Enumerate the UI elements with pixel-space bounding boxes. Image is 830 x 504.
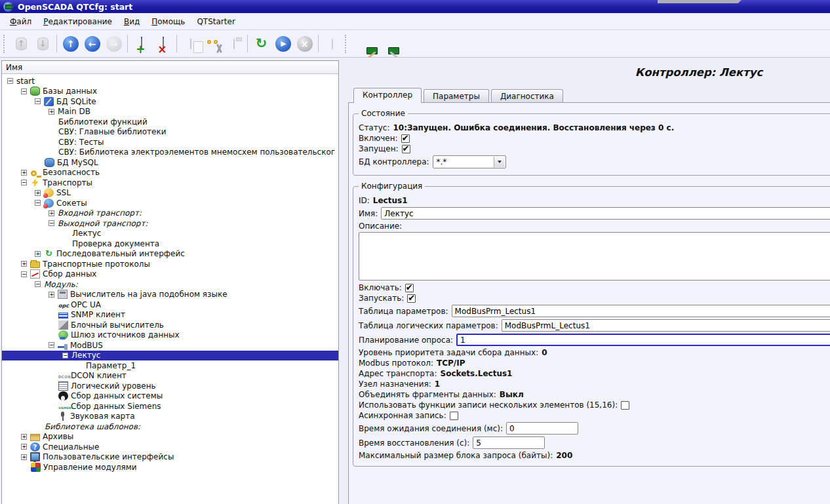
tree-item[interactable]: Проверка документа (2, 239, 338, 249)
collapse-icon[interactable]: − (35, 98, 41, 104)
page-title: Контроллер: Лектус (348, 66, 830, 79)
expand-icon[interactable]: + (21, 261, 27, 267)
config-group: Конфигурация ID: Lectus1 Имя: Описание: … (353, 186, 830, 467)
expand-icon[interactable]: + (49, 109, 54, 115)
tree-item[interactable]: −Сбор данных (2, 269, 338, 280)
collapse-icon[interactable]: − (62, 353, 68, 359)
collapse-icon[interactable]: − (21, 88, 27, 94)
restore-timeout-input[interactable] (473, 436, 545, 449)
description-textarea[interactable] (359, 232, 830, 281)
id-label: ID: (359, 196, 370, 205)
tree-column-header[interactable]: Имя (2, 61, 338, 74)
tree-item[interactable]: −БД SQLite (2, 96, 338, 107)
tree-item[interactable]: +Входной транспорт: (2, 208, 338, 219)
tree-item[interactable]: Библиотека шаблонов: (2, 421, 338, 432)
tree-item[interactable]: Параметр_1 (2, 360, 338, 371)
expand-icon[interactable]: + (49, 210, 54, 216)
tree-item[interactable]: +Специальные (2, 442, 338, 452)
tree-item[interactable]: −start (2, 76, 338, 87)
prml-table-input[interactable] (502, 319, 830, 332)
tree-item[interactable]: −Модуль: (2, 279, 338, 290)
tree-item[interactable]: DCON клиент (2, 371, 338, 381)
up-button[interactable]: ↑ (60, 33, 81, 54)
tree-item[interactable]: Сбор данных Siemens (2, 401, 338, 412)
refresh-button[interactable]: ↻ (250, 33, 272, 54)
enabled-checkbox[interactable] (401, 134, 410, 143)
qtcfg-button[interactable] (352, 33, 374, 54)
tree-item[interactable]: +Main DB (2, 107, 338, 117)
tree-item[interactable]: Сбор данных системы (2, 391, 338, 402)
tree-item[interactable]: Библиотеки функций (2, 117, 338, 127)
tab-parameters[interactable]: Параметры (424, 89, 489, 102)
transports-icon (30, 178, 40, 187)
tree-item[interactable]: СВУ: Главные библиотеки (2, 127, 338, 138)
multiwrite-checkbox[interactable] (621, 401, 629, 410)
stop-button[interactable]: × (294, 33, 315, 54)
menu-item-4[interactable]: Помощь (146, 14, 191, 29)
to-start-checkbox[interactable] (407, 294, 416, 303)
menu-item-1[interactable]: Файл (4, 14, 37, 29)
expand-icon[interactable]: + (21, 454, 27, 460)
back-button[interactable]: ← (81, 33, 103, 54)
tree-item[interactable]: −Выходной транспорт: (2, 218, 338, 229)
tree-item[interactable]: −Сокеты (2, 198, 338, 208)
collapse-icon[interactable]: − (7, 78, 13, 84)
tree-item[interactable]: +SSL (2, 188, 338, 199)
name-input[interactable] (381, 207, 830, 220)
tree-item[interactable]: OPC UA (2, 300, 338, 310)
collapse-icon[interactable]: − (35, 200, 41, 206)
start-button[interactable]: ▶ (272, 33, 294, 54)
tree-item[interactable]: +Безопасность (2, 168, 338, 178)
merge-frag-label: Объединять фрагменты данных: (359, 390, 496, 399)
tree-item[interactable]: SNMP клиент (2, 310, 338, 320)
async-write-checkbox[interactable] (450, 412, 458, 420)
collapse-icon[interactable]: − (49, 342, 54, 348)
controller-db-select[interactable]: *.* (433, 155, 506, 168)
collapse-icon[interactable]: − (21, 271, 27, 277)
tree-item[interactable]: СВУ: Тесты (2, 137, 338, 147)
running-checkbox[interactable] (402, 145, 410, 153)
menu-item-3[interactable]: Вид (118, 14, 146, 29)
to-enable-checkbox[interactable] (405, 284, 414, 292)
collapse-icon[interactable]: − (21, 180, 27, 185)
tree-item[interactable]: −Транспорты (2, 178, 338, 188)
tree-item[interactable]: −Базы данных (2, 87, 338, 97)
tab-diagnostics[interactable]: Диагностика (491, 89, 563, 102)
expand-icon[interactable]: + (21, 170, 27, 176)
dcon-icon (58, 371, 68, 380)
tree-item[interactable]: +Архивы (2, 432, 338, 442)
collapse-icon[interactable]: − (49, 220, 54, 226)
add-item-button[interactable]: + (130, 33, 152, 54)
tree-item[interactable]: +Транспортные протоколы (2, 259, 338, 269)
priority-value: 0 (542, 348, 547, 357)
expand-icon[interactable]: + (35, 190, 41, 196)
expand-icon[interactable]: + (49, 292, 54, 298)
delete-item-button[interactable]: × (152, 33, 174, 54)
menu-item-5[interactable]: QTStarter (191, 14, 241, 29)
collapse-icon[interactable]: − (35, 281, 41, 287)
tree-item[interactable]: +Последовательный интерфейс (2, 249, 338, 260)
tree-item[interactable]: СВУ: Библиотека электроэлементов мнемосх… (2, 147, 338, 158)
tree-item[interactable]: −ModBUS (2, 340, 338, 351)
expand-icon[interactable]: + (35, 251, 41, 257)
tree-item[interactable]: Логический уровень (2, 381, 338, 391)
tab-controller[interactable]: Контроллер (353, 88, 422, 103)
tree-item[interactable]: Шлюз источников данных (2, 330, 338, 341)
conn-timeout-input[interactable] (506, 422, 578, 435)
tree-item-label: Последовательный интерфейс (56, 249, 185, 258)
tree-item[interactable]: Звуковая карта (2, 412, 338, 422)
tree-item[interactable]: Лектус (2, 229, 338, 239)
expand-icon[interactable]: + (21, 434, 27, 440)
menu-item-2[interactable]: Редактирование (37, 14, 118, 29)
tree-item[interactable]: Управление модулями (2, 462, 338, 473)
schedule-input[interactable] (456, 334, 830, 346)
prm-table-input[interactable] (452, 305, 830, 317)
combo-dropdown-button[interactable] (494, 157, 505, 167)
tree-item[interactable]: +Вычислитель на java подобном языке (2, 290, 338, 300)
tree-item[interactable]: БД MySQL (2, 157, 338, 168)
expand-icon[interactable]: + (21, 444, 27, 450)
tree-item[interactable]: +Пользовательские интерфейсы (2, 452, 338, 463)
cut-button[interactable] (201, 33, 223, 54)
tree-item[interactable]: Блочный вычислитель (2, 320, 338, 330)
tree-item-selected[interactable]: −Лектус (2, 351, 338, 361)
